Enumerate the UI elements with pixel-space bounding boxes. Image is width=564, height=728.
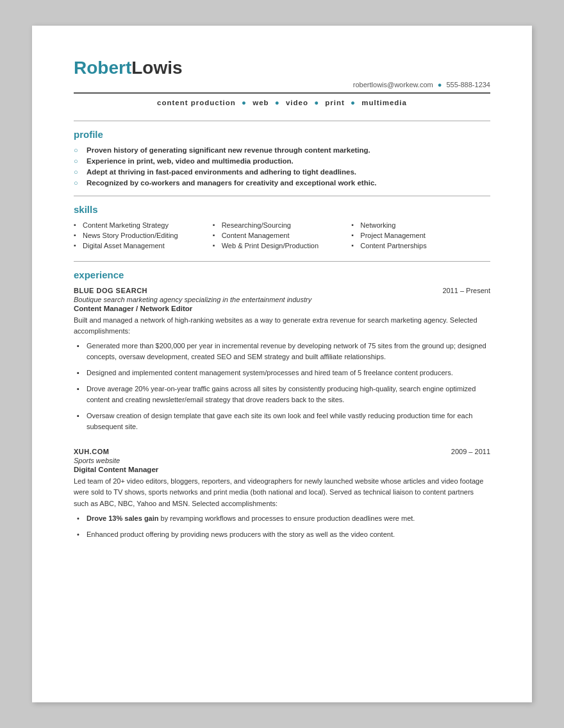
skills-col-1: Content Marketing Strategy News Story Pr… <box>74 221 213 252</box>
candidate-name: RobertLowis <box>74 58 490 78</box>
exp-company-1: BLUE DOG SEARCH <box>74 287 147 294</box>
exp-dates-2: 2009 – 2011 <box>451 448 490 455</box>
exp-dates-1: 2011 – Present <box>442 287 490 294</box>
experience-entry-1: BLUE DOG SEARCH 2011 – Present Boutique … <box>74 287 490 432</box>
skill-3: Digital Asset Management <box>74 242 213 250</box>
exp-bullet-2-1: Drove 13% sales gain by revamping workfl… <box>74 513 490 524</box>
skill-5: Content Management <box>213 232 352 239</box>
exp-bullet-1-2: Designed and implemented content managem… <box>74 368 490 378</box>
email: robertlowis@workew.com <box>353 81 433 89</box>
profile-item-2: Experience in print, web, video and mult… <box>74 157 490 165</box>
profile-item-4: Recognized by co-workers and managers fo… <box>74 179 490 187</box>
exp-company-2: XUH.COM <box>74 448 109 455</box>
experience-title: experience <box>74 269 490 280</box>
exp-header-2: XUH.COM 2009 – 2011 <box>74 448 490 455</box>
contact-dot: ● <box>438 81 442 89</box>
exp-role-1: Content Manager / Network Editor <box>74 305 490 312</box>
exp-bullet-1-1: Generated more than $200,000 per year in… <box>74 341 490 362</box>
skills-col-2: Researching/Sourcing Content Management … <box>213 221 352 252</box>
skill-4: Researching/Sourcing <box>213 221 352 229</box>
skills-title: skills <box>74 204 490 215</box>
skill-9: Content Partnerships <box>351 242 490 250</box>
resume-header: RobertLowis robertlowis@workew.com ● 555… <box>74 58 490 106</box>
tagline: content production ● web ● video ● print… <box>74 99 490 106</box>
exp-bullet-2-2: Enhanced product offering by providing n… <box>74 529 490 540</box>
last-name: Lowis <box>131 58 182 78</box>
top-divider <box>74 92 490 94</box>
exp-header-1: BLUE DOG SEARCH 2011 – Present <box>74 287 490 294</box>
exp-bullet-1-3: Drove average 20% year-on-year traffic g… <box>74 384 490 405</box>
skill-6: Web & Print Design/Production <box>213 242 352 250</box>
skill-7: Networking <box>351 221 490 229</box>
experience-divider <box>74 261 490 262</box>
skills-grid: Content Marketing Strategy News Story Pr… <box>74 221 490 252</box>
resume-page: RobertLowis robertlowis@workew.com ● 555… <box>32 26 532 702</box>
exp-bullets-1: Generated more than $200,000 per year in… <box>74 341 490 432</box>
profile-item-1: Proven history of generating significant… <box>74 146 490 154</box>
profile-list: Proven history of generating significant… <box>74 146 490 187</box>
exp-bullet-2-1-text: by revamping workflows and processes to … <box>159 514 415 522</box>
exp-desc-2: Led team of 20+ video editors, bloggers,… <box>74 476 490 509</box>
exp-bullet-1-4: Oversaw creation of design template that… <box>74 411 490 432</box>
contact-line: robertlowis@workew.com ● 555-888-1234 <box>74 81 490 89</box>
profile-divider <box>74 121 490 121</box>
skill-8: Project Management <box>351 232 490 239</box>
profile-title: profile <box>74 129 490 140</box>
skills-col-3: Networking Project Management Content Pa… <box>351 221 490 252</box>
profile-item-3: Adept at thriving in fast-paced environm… <box>74 168 490 176</box>
exp-desc-1: Built and managed a network of high-rank… <box>74 315 490 337</box>
skills-divider <box>74 196 490 196</box>
first-name: Robert <box>74 58 131 78</box>
exp-bullet-2-1-bold: Drove 13% sales gain <box>87 514 159 522</box>
exp-bullets-2: Drove 13% sales gain by revamping workfl… <box>74 513 490 540</box>
exp-role-2: Digital Content Manager <box>74 466 490 473</box>
skill-1: Content Marketing Strategy <box>74 221 213 229</box>
experience-entry-2: XUH.COM 2009 – 2011 Sports website Digit… <box>74 448 490 539</box>
phone: 555-888-1234 <box>446 81 490 89</box>
exp-subtitle-1: Boutique search marketing agency special… <box>74 296 490 303</box>
exp-subtitle-2: Sports website <box>74 457 490 464</box>
skill-2: News Story Production/Editing <box>74 232 213 239</box>
